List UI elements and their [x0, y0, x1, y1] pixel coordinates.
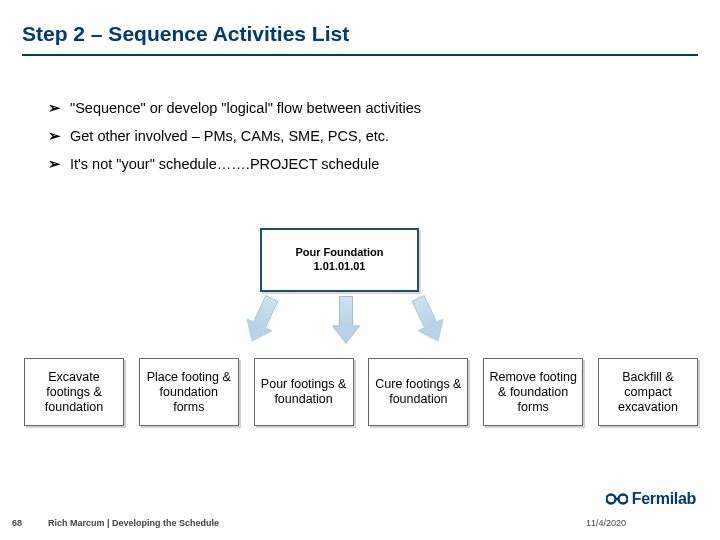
- arrow-down-icon: [332, 296, 360, 343]
- bullet-text: It's not "your" schedule…….PROJECT sched…: [70, 156, 421, 172]
- footer: 68 Rich Marcum | Developing the Schedule…: [0, 504, 720, 540]
- svg-point-0: [606, 495, 615, 504]
- bullet-icon: ➢: [48, 100, 70, 116]
- bullet-list: ➢ "Sequence" or develop "logical" flow b…: [48, 100, 421, 184]
- bullet-item: ➢ "Sequence" or develop "logical" flow b…: [48, 100, 421, 116]
- footer-text: Rich Marcum | Developing the Schedule: [48, 518, 219, 528]
- page-number: 68: [12, 518, 22, 528]
- activity-box: Excavate footings & foundation: [24, 358, 124, 426]
- bullet-text: "Sequence" or develop "logical" flow bet…: [70, 100, 421, 116]
- activity-box: Pour footings & foundation: [254, 358, 354, 426]
- svg-rect-2: [615, 498, 619, 500]
- arrow-down-icon: [405, 292, 450, 346]
- breakdown-arrows: [228, 296, 448, 356]
- parent-activity-code: 1.01.01.01: [314, 260, 366, 274]
- arrow-down-icon: [239, 292, 284, 346]
- bullet-icon: ➢: [48, 128, 70, 144]
- bullet-item: ➢ It's not "your" schedule…….PROJECT sch…: [48, 156, 421, 172]
- activity-box: Cure footings & foundation: [368, 358, 468, 426]
- activity-box: Place footing & foundation forms: [139, 358, 239, 426]
- bullet-item: ➢ Get other involved – PMs, CAMs, SME, P…: [48, 128, 421, 144]
- footer-date: 11/4/2020: [586, 518, 626, 528]
- svg-point-1: [618, 495, 627, 504]
- parent-activity-box: Pour Foundation 1.01.01.01: [260, 228, 419, 292]
- parent-activity-title: Pour Foundation: [296, 246, 384, 260]
- activity-box: Remove footing & foundation forms: [483, 358, 583, 426]
- activity-boxes-row: Excavate footings & foundation Place foo…: [24, 358, 698, 426]
- bullet-text: Get other involved – PMs, CAMs, SME, PCS…: [70, 128, 421, 144]
- slide-title: Step 2 – Sequence Activities List: [22, 22, 349, 46]
- activity-box: Backfill & compact excavation: [598, 358, 698, 426]
- bullet-icon: ➢: [48, 156, 70, 172]
- slide: Step 2 – Sequence Activities List ➢ "Seq…: [0, 0, 720, 540]
- title-underline: [22, 54, 698, 56]
